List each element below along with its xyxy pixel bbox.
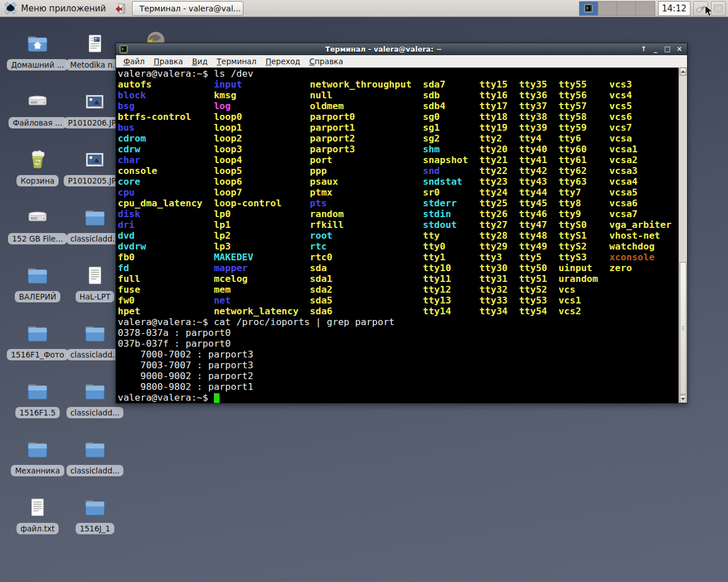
menu-правка[interactable]: Правка — [150, 56, 187, 66]
panel-clock: 14:12 — [658, 1, 690, 16]
terminal-screen[interactable]: valera@valera:~$ ls /dev autofs input ne… — [116, 68, 687, 403]
desktop-icon-drive[interactable]: Файловая ... — [11, 89, 64, 128]
workspace-4[interactable] — [636, 2, 655, 15]
menu-терминал[interactable]: Терминал — [213, 56, 260, 66]
desktop-icon-folder[interactable]: Механника — [11, 436, 64, 476]
workspace-switcher — [579, 1, 655, 16]
terminal-cursor — [214, 393, 220, 403]
desktop-icon-image[interactable]: P1010206.JPG — [69, 89, 121, 128]
mouse-cursor-icon — [704, 5, 715, 18]
scroll-down-arrow-icon[interactable] — [680, 395, 686, 403]
menu-вид[interactable]: Вид — [188, 56, 212, 66]
desktop-icon-folder[interactable]: classicladd... — [69, 321, 121, 360]
desktop-icon-label: 152 GB File... — [8, 233, 67, 244]
top-panel: Меню приложений Терминал - valera@val...… — [0, 0, 728, 17]
desktop-icon-trash-full[interactable]: Корзина — [11, 147, 64, 186]
desktop-icon-document[interactable]: файл.txt — [11, 494, 64, 534]
desktop-icon-folder[interactable]: classicladd... — [69, 379, 121, 418]
menu-справка[interactable]: Справка — [305, 56, 348, 66]
terminal-output[interactable]: valera@valera:~$ ls /dev autofs input ne… — [118, 68, 678, 403]
taskbar-button-label: Терминал - valera@val... — [139, 4, 241, 13]
desktop-icon-label: Файловая ... — [9, 117, 66, 128]
scrollbar-thumb[interactable] — [680, 262, 686, 394]
scroll-up-arrow-icon[interactable] — [680, 68, 686, 76]
terminal-icon — [119, 45, 128, 53]
maximize-button[interactable]: □ — [663, 45, 672, 53]
desktop-icon-document[interactable]: HaL-LPT — [69, 263, 121, 302]
menu-переход[interactable]: Переход — [262, 56, 304, 66]
logout-launcher[interactable] — [113, 1, 129, 16]
desktop-icon-label: Домашний ... — [7, 59, 68, 70]
desktop-icon-label: Корзина — [16, 175, 58, 186]
desktop-icon-folder-home[interactable]: Домашний ... — [11, 31, 64, 70]
penguin-peek-icon[interactable] — [141, 30, 167, 44]
desktop-icon-label: 1516F1_Фото — [7, 349, 68, 360]
shade-button[interactable]: ↑ — [639, 45, 648, 53]
desktop-icon-label: HaL-LPT — [76, 291, 115, 302]
desktop-icon-folder[interactable]: 1516F1_Фото — [11, 321, 64, 360]
xfce-logo-icon — [3, 1, 18, 15]
taskbar-terminal-button[interactable]: Терминал - valera@val... — [132, 1, 243, 16]
desktop-icon-document-image[interactable]: Metodika n... — [69, 31, 121, 70]
desktop-icon-label: ВАЛЕРИЙ — [15, 291, 60, 302]
workspace-2[interactable] — [598, 2, 617, 15]
logout-door-icon — [114, 2, 127, 15]
menu-файл[interactable]: Файл — [119, 56, 148, 66]
desktop-icon-label: classicladd... — [67, 407, 124, 418]
desktop-icon-folder[interactable]: classicladd... — [69, 205, 121, 244]
desktop-icon-folder[interactable]: 1516J_1 — [69, 494, 121, 534]
desktop-icon-folder[interactable]: classicladd... — [69, 436, 121, 476]
terminal-scrollbar[interactable] — [679, 68, 687, 403]
desktop-icon-image[interactable]: P1010205.JPG — [69, 147, 121, 186]
desktop-icon-label: Механника — [11, 465, 64, 476]
close-button[interactable]: × — [675, 45, 684, 53]
desktop-icon-label: classicladd... — [67, 465, 124, 476]
scrollbar-grip-icon — [682, 326, 684, 331]
desktop-icon-label: 1516F1.5 — [15, 407, 60, 418]
applications-menu-button[interactable]: Меню приложений — [2, 0, 109, 16]
applications-menu-label: Меню приложений — [21, 3, 106, 14]
desktop-icon-folder[interactable]: 1516F1.5 — [11, 379, 64, 418]
desktop-icon-label: 1516J_1 — [76, 523, 114, 534]
workspace-1[interactable] — [580, 2, 598, 15]
desktop-icon-label: файл.txt — [16, 523, 59, 534]
workspace-3[interactable] — [617, 2, 636, 15]
desktop-icon-drive[interactable]: 152 GB File... — [11, 205, 64, 244]
minimize-button[interactable]: _ — [651, 45, 660, 53]
terminal-menubar: ФайлПравкаВидТерминалПереходСправка — [116, 55, 687, 68]
desktop-icon-folder[interactable]: ВАЛЕРИЙ — [11, 263, 64, 302]
terminal-window: Терминал - valera@valera: ~ ↑ _ □ × Файл… — [115, 43, 688, 404]
terminal-mini-icon — [584, 4, 593, 13]
terminal-titlebar[interactable]: Терминал - valera@valera: ~ ↑ _ □ × — [116, 43, 687, 55]
window-title: Терминал - valera@valera: ~ — [131, 45, 636, 53]
